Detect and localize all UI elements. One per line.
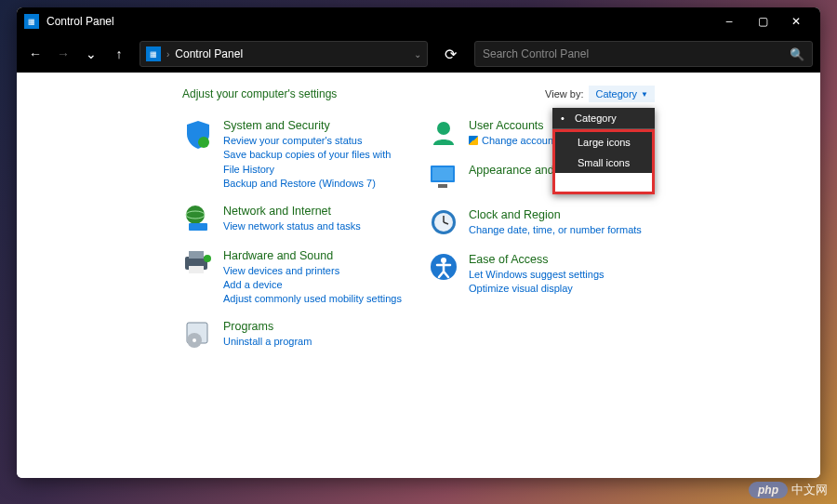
programs-icon [182, 320, 214, 351]
svg-rect-13 [432, 167, 453, 180]
cat-link[interactable]: Backup and Restore (Windows 7) [223, 177, 409, 191]
dropdown-item-category[interactable]: Category [552, 108, 655, 128]
printer-icon [182, 249, 214, 281]
cat-clock-region: Clock and Region Change date, time, or n… [428, 208, 655, 240]
dropdown-whitespace [555, 173, 652, 192]
cat-link[interactable]: Change date, time, or number formats [469, 223, 655, 237]
cat-network-internet: Network and Internet View network status… [182, 205, 409, 236]
cat-programs: Programs Uninstall a program [182, 320, 409, 351]
cat-link[interactable]: Add a device [223, 278, 409, 292]
search-bar[interactable]: 🔍 [474, 41, 813, 67]
cat-link[interactable]: Save backup copies of your files with Fi… [223, 148, 409, 177]
cat-link[interactable]: View devices and printers [223, 264, 409, 278]
chevron-icon[interactable]: › [166, 49, 169, 60]
minimize-button[interactable]: – [712, 7, 746, 35]
page-title: Adjust your computer's settings [182, 87, 545, 100]
cat-title[interactable]: Programs [223, 320, 409, 333]
back-button[interactable]: ← [24, 43, 46, 65]
cat-link[interactable]: Uninstall a program [223, 335, 409, 349]
monitor-icon [428, 164, 459, 195]
viewby-select[interactable]: Category ▼ [589, 86, 655, 102]
toolbar: ← → ⌄ ↑ ▦ › Control Panel ⌄ ⟳ 🔍 [17, 35, 820, 73]
content-header: Adjust your computer's settings View by:… [182, 86, 655, 102]
dropdown-item-small-icons[interactable]: Small icons [555, 153, 652, 173]
svg-rect-5 [189, 251, 204, 259]
left-column: System and Security Review your computer… [182, 119, 409, 351]
viewby-value: Category [595, 88, 637, 99]
recent-locations-button[interactable]: ⌄ [80, 43, 102, 65]
search-input[interactable] [483, 47, 790, 60]
clock-icon [428, 208, 459, 240]
watermark: php 中文网 [749, 482, 828, 498]
up-button[interactable]: ↑ [108, 43, 130, 65]
cat-title[interactable]: Network and Internet [223, 205, 409, 218]
cat-link[interactable]: Review your computer's status [223, 134, 409, 148]
titlebar: ▦ Control Panel – ▢ ✕ [17, 7, 820, 35]
svg-point-11 [437, 122, 450, 135]
svg-point-10 [193, 338, 196, 342]
cat-link[interactable]: Let Windows suggest settings [469, 268, 655, 282]
chevron-down-icon[interactable]: ⌄ [414, 49, 421, 60]
search-icon[interactable]: 🔍 [790, 47, 804, 61]
svg-rect-3 [189, 223, 207, 231]
cat-title[interactable]: Ease of Access [469, 253, 655, 266]
content-area: Adjust your computer's settings View by:… [17, 73, 820, 478]
viewby-label: View by: [545, 88, 583, 99]
user-icon [428, 119, 459, 151]
refresh-button[interactable]: ⟳ [437, 41, 463, 67]
window-title: Control Panel [46, 15, 712, 28]
control-panel-icon: ▦ [146, 46, 161, 61]
cat-link[interactable]: View network status and tasks [223, 219, 409, 233]
svg-rect-14 [438, 184, 447, 188]
dropdown-highlight: Large icons Small icons [552, 129, 655, 194]
dropdown-item-large-icons[interactable]: Large icons [555, 132, 652, 153]
watermark-text: 中文网 [791, 482, 828, 498]
app-icon: ▦ [24, 14, 39, 29]
svg-point-1 [186, 206, 205, 224]
svg-point-7 [204, 255, 211, 262]
cat-link[interactable]: Adjust commonly used mobility settings [223, 292, 409, 306]
forward-button[interactable]: → [52, 43, 74, 65]
cat-ease-of-access: Ease of Access Let Windows suggest setti… [428, 253, 655, 297]
maximize-button[interactable]: ▢ [746, 7, 779, 35]
close-button[interactable]: ✕ [779, 7, 813, 35]
viewby-dropdown: Category Large icons Small icons [552, 108, 655, 194]
breadcrumb-root[interactable]: Control Panel [175, 47, 243, 60]
watermark-badge: php [749, 482, 788, 498]
dropdown-arrow-icon: ▼ [641, 90, 648, 99]
cat-system-security: System and Security Review your computer… [182, 119, 409, 192]
svg-point-0 [198, 137, 209, 148]
globe-icon [182, 205, 214, 236]
cat-link[interactable]: Optimize visual display [469, 282, 655, 296]
cat-title[interactable]: Hardware and Sound [223, 249, 409, 262]
shield-icon [182, 119, 214, 151]
cat-hardware-sound: Hardware and Sound View devices and prin… [182, 249, 409, 307]
cat-title[interactable]: System and Security [223, 119, 409, 132]
accessibility-icon [428, 253, 459, 285]
cat-title[interactable]: Clock and Region [469, 208, 655, 221]
control-panel-window: ▦ Control Panel – ▢ ✕ ← → ⌄ ↑ ▦ › Contro… [17, 7, 820, 478]
svg-rect-6 [189, 266, 204, 273]
address-bar[interactable]: ▦ › Control Panel ⌄ [140, 41, 428, 67]
